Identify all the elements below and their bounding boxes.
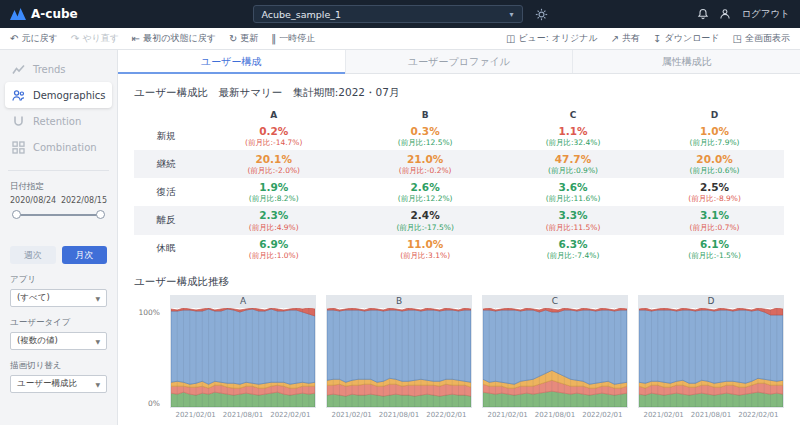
pause-button[interactable]: ‖一時停止: [271, 32, 315, 45]
logout-button[interactable]: ログアウト: [741, 8, 790, 21]
fullscreen-button[interactable]: ◳全画面表示: [733, 32, 790, 45]
tab-user-composition[interactable]: ユーザー構成: [118, 50, 346, 73]
column-header: B: [349, 108, 500, 122]
chart-header-label: A: [170, 295, 316, 308]
sidebar-item-demographics[interactable]: Demographics: [5, 82, 112, 108]
metric-cell: 6.3%(前月比:-7.4%): [501, 235, 645, 263]
charts-row-wrap: 100% 0% A2021/02/012021/08/012022/02/01B…: [134, 295, 784, 419]
toolbar-right: ◫ビュー: オリジナル ↗共有 ↧ダウンロード ◳全画面表示: [506, 32, 790, 45]
metric-cell: 3.3%(前月比:11.5%): [501, 206, 645, 234]
table-row: 離反2.3%(前月比:4.9%)2.4%(前月比:-17.5%)3.3%(前月比…: [134, 206, 784, 234]
monthly-button[interactable]: 月次: [62, 246, 108, 264]
metric-value: 1.1%: [501, 125, 645, 138]
row-label: 継続: [134, 150, 198, 178]
metric-value: 0.2%: [198, 125, 349, 138]
top-bar: A-cube Acube_sample_1 ▾ ログアウト: [0, 0, 800, 28]
toolbar-left: ↶元に戻す ↷やり直す ⇤最初の状態に戻す ↻更新 ‖一時停止: [10, 32, 315, 45]
metric-value: 3.3%: [501, 209, 645, 222]
stacked-area-chart: [482, 308, 628, 408]
workspace-select[interactable]: Acube_sample_1 ▾: [253, 5, 523, 23]
y-tick-0: 0%: [148, 399, 160, 408]
chevron-down-icon: ▾: [509, 10, 513, 19]
metric-cell: 3.6%(前月比:11.6%): [501, 178, 645, 206]
corner-cell: [134, 108, 198, 122]
row-label: 休眠: [134, 235, 198, 263]
user-avatar-icon[interactable]: [719, 8, 731, 20]
chart-header-label: D: [638, 295, 784, 308]
toolbar: ↶元に戻す ↷やり直す ⇤最初の状態に戻す ↻更新 ‖一時停止 ◫ビュー: オリ…: [0, 28, 800, 50]
slider-handle-start[interactable]: [12, 210, 21, 219]
metric-delta: (前月比:-0.2%): [349, 166, 500, 175]
metric-cell: 2.6%(前月比:12.2%): [349, 178, 500, 206]
metric-delta: (前月比:-1.5%): [645, 251, 784, 260]
table-row: 復活1.9%(前月比:8.2%)2.6%(前月比:12.2%)3.6%(前月比:…: [134, 178, 784, 206]
x-tick-label: 2021/08/01: [691, 411, 731, 419]
metric-cell: 21.0%(前月比:-0.2%): [349, 150, 500, 178]
sidebar-item-trends[interactable]: Trends: [0, 56, 117, 82]
date-section-label: 日付指定: [0, 181, 117, 193]
metric-delta: (前月比:32.4%): [501, 138, 645, 147]
stacked-area-chart: [326, 308, 472, 408]
metric-cell: 20.1%(前月比:-2.0%): [198, 150, 349, 178]
settings-gear-icon[interactable]: [535, 8, 548, 21]
row-label: 離反: [134, 206, 198, 234]
date-range-values: 2020/08/24 2022/08/15: [0, 193, 117, 205]
y-axis: 100% 0%: [134, 295, 160, 408]
x-tick-label: 2022/02/01: [738, 411, 778, 419]
metric-cell: 1.9%(前月比:8.2%): [198, 178, 349, 206]
x-tick-label: 2021/02/01: [331, 411, 371, 419]
pause-icon: ‖: [271, 34, 276, 44]
metric-delta: (前月比:12.5%): [349, 138, 500, 147]
table-row: 継続20.1%(前月比:-2.0%)21.0%(前月比:-0.2%)47.7%(…: [134, 150, 784, 178]
share-icon: ↗: [611, 34, 619, 44]
metric-cell: 1.0%(前月比:7.9%): [645, 122, 784, 150]
chart-A: A2021/02/012021/08/012022/02/01: [170, 295, 316, 419]
metric-cell: 11.0%(前月比:3.1%): [349, 235, 500, 263]
logo-mark-icon: [10, 8, 26, 20]
app-filter-select[interactable]: (すべて)▼: [10, 289, 107, 307]
metric-cell: 3.1%(前月比:0.7%): [645, 206, 784, 234]
draw-switch-select[interactable]: ユーザー構成比▼: [10, 375, 107, 393]
metric-cell: 1.1%(前月比:32.4%): [501, 122, 645, 150]
reset-button[interactable]: ⇤最初の状態に戻す: [132, 32, 216, 45]
metric-cell: 0.3%(前月比:12.5%): [349, 122, 500, 150]
reset-icon: ⇤: [132, 34, 140, 44]
table-row: 休眠6.9%(前月比:1.0%)11.0%(前月比:3.1%)6.3%(前月比:…: [134, 235, 784, 263]
summary-title: ユーザー構成比 最新サマリー 集計期間:2022・07月: [134, 86, 784, 100]
metric-delta: (前月比:0.6%): [645, 166, 784, 175]
sidebar-item-retention[interactable]: Retention: [0, 108, 117, 134]
share-button[interactable]: ↗共有: [611, 32, 640, 45]
slider-handle-end[interactable]: [96, 210, 105, 219]
grid-squares-icon: [12, 141, 25, 154]
main-panel: ユーザー構成 ユーザープロファイル 属性構成比 ユーザー構成比 最新サマリー 集…: [118, 50, 800, 425]
x-tick-label: 2021/08/01: [535, 411, 575, 419]
x-tick-label: 2021/02/01: [175, 411, 215, 419]
sidebar-item-combination[interactable]: Combination: [0, 134, 117, 160]
tab-attribute-composition[interactable]: 属性構成比: [573, 50, 800, 73]
column-header: C: [501, 108, 645, 122]
sidebar: Trends Demographics Retention Combinatio…: [0, 50, 118, 425]
summary-table-head-row: ABCD: [134, 108, 784, 122]
x-axis-labels: 2021/02/012021/08/012022/02/01: [482, 411, 628, 419]
weekly-button[interactable]: 週次: [10, 246, 56, 264]
download-button[interactable]: ↧ダウンロード: [653, 32, 719, 45]
refresh-button[interactable]: ↻更新: [229, 32, 258, 45]
notification-bell-icon[interactable]: [697, 8, 709, 20]
charts-row: A2021/02/012021/08/012022/02/01B2021/02/…: [170, 295, 784, 419]
usertype-filter-select[interactable]: (複数の値)▼: [10, 332, 107, 350]
people-icon: [12, 89, 25, 102]
metric-cell: 2.3%(前月比:4.9%): [198, 206, 349, 234]
content-area: ユーザー構成比 最新サマリー 集計期間:2022・07月 ABCD 新規0.2%…: [118, 74, 800, 425]
row-label: 新規: [134, 122, 198, 150]
redo-button[interactable]: ↷やり直す: [71, 32, 119, 45]
metric-value: 6.1%: [645, 238, 784, 251]
date-range-slider[interactable]: [12, 208, 105, 222]
tab-user-profile[interactable]: ユーザープロファイル: [346, 50, 574, 73]
row-label: 復活: [134, 178, 198, 206]
undo-button[interactable]: ↶元に戻す: [10, 32, 58, 45]
view-original-button[interactable]: ◫ビュー: オリジナル: [506, 32, 598, 45]
draw-switch-label: 描画切り替え: [0, 360, 117, 372]
slider-range: [17, 214, 101, 216]
magnet-icon: [12, 115, 25, 128]
app-logo: A-cube: [10, 7, 170, 21]
